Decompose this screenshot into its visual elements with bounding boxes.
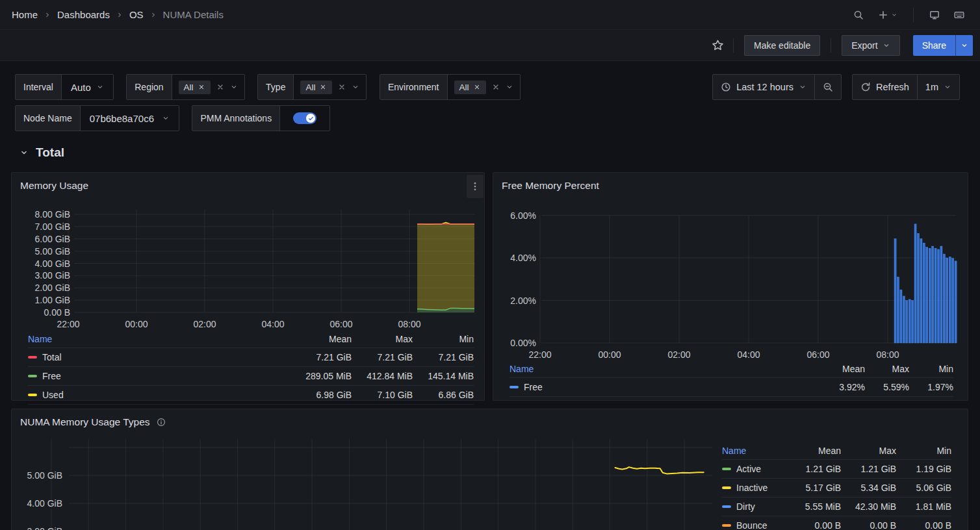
legend-row-dirty[interactable]: Dirty5.55 MiB42.30 MiB1.81 MiB (722, 498, 951, 516)
legend-value: 412.84 MiB (352, 371, 413, 381)
chevron-down-icon (883, 42, 890, 49)
node-name-value[interactable]: 07b6be8a70c6 (90, 113, 154, 124)
share-button[interactable]: Share (913, 35, 955, 56)
nav-actions (849, 6, 968, 24)
kiosk-mode-button[interactable] (925, 6, 944, 24)
grafana-numa-details-dashboard: { "breadcrumb": {"items": ["Home", "Dash… (0, 0, 980, 530)
panel-numa-memory-usage-types: NUMA Memory Usage Types 5.00 GiB4.00 GiB… (11, 409, 968, 530)
clear-icon[interactable] (491, 82, 500, 92)
legend-value: 5.59% (865, 382, 909, 392)
legend-sort-min[interactable]: Min (896, 446, 951, 456)
memory-usage-legend: NameMeanMaxMinTotal7.21 GiB7.21 GiB7.21 … (28, 330, 474, 405)
chevron-down-icon (944, 83, 951, 91)
chevron-down-icon[interactable] (96, 83, 104, 91)
node-name-dropdown[interactable]: 07b6be8a70c6 (81, 106, 179, 131)
legend-header-row: NameMeanMaxMin (509, 360, 953, 378)
type-dropdown[interactable]: All (294, 75, 366, 99)
legend-sort-max[interactable]: Max (352, 334, 413, 344)
export-label: Export (851, 40, 877, 51)
legend-row-used[interactable]: Used6.98 GiB7.10 GiB6.86 GiB (28, 386, 474, 405)
make-editable-button[interactable]: Make editable (744, 35, 820, 56)
filter-row-2: Node Name 07b6be8a70c6 PMM Annotations (15, 105, 960, 131)
legend-sort-name[interactable]: Name (509, 364, 821, 374)
svg-text:8.00 GiB: 8.00 GiB (35, 209, 70, 220)
search-button[interactable] (849, 6, 868, 24)
memory-usage-chart[interactable]: 22:0000:0002:0004:0006:0008:008.00 GiB7.… (12, 173, 485, 330)
legend-sort-mean[interactable]: Mean (786, 446, 841, 456)
refresh-button[interactable]: Refresh (853, 75, 917, 99)
export-button[interactable]: Export (842, 35, 899, 56)
clear-icon[interactable] (216, 82, 225, 92)
refresh-interval-button[interactable]: 1m (917, 75, 959, 99)
series-swatch (722, 468, 731, 470)
svg-text:3.00 GiB: 3.00 GiB (27, 526, 62, 530)
breadcrumb-home[interactable]: Home (12, 9, 38, 20)
share-menu-button[interactable] (955, 35, 973, 56)
legend-row-free[interactable]: Free3.92%5.59%1.97% (509, 378, 953, 397)
chevron-down-icon[interactable] (230, 83, 238, 91)
region-selected-chip[interactable]: All (179, 81, 211, 94)
chevron-down-icon[interactable] (352, 83, 359, 91)
interval-dropdown[interactable]: Auto (62, 75, 113, 99)
legend-row-free[interactable]: Free289.05 MiB412.84 MiB145.14 MiB (28, 367, 474, 386)
svg-text:0.00%: 0.00% (510, 338, 536, 348)
close-icon[interactable] (319, 83, 327, 91)
breadcrumb-dashboards[interactable]: Dashboards (57, 9, 110, 20)
environment-selected-chip[interactable]: All (454, 81, 486, 94)
series-swatch (509, 386, 519, 388)
free-memory-percent-chart[interactable]: 22:0000:0002:0004:0006:0008:006.00%4.00%… (493, 173, 969, 361)
legend-row-active[interactable]: Active1.21 GiB1.21 GiB1.19 GiB (722, 460, 951, 479)
close-icon[interactable] (473, 83, 481, 91)
legend-value: 7.10 GiB (352, 390, 413, 400)
legend-row-bounce[interactable]: Bounce0.00 B0.00 B0.00 B (722, 516, 951, 530)
pmm-annotations-toggle[interactable] (293, 112, 316, 124)
environment-dropdown[interactable]: All (448, 75, 520, 99)
legend-sort-mean[interactable]: Mean (290, 334, 352, 344)
filter-region: Region All (126, 74, 244, 100)
time-range-button[interactable]: Last 12 hours (713, 75, 814, 99)
legend-row-total[interactable]: Total7.21 GiB7.21 GiB7.21 GiB (28, 348, 474, 367)
legend-sort-name[interactable]: Name (722, 446, 786, 456)
breadcrumb-current-page: NUMA Details (163, 9, 224, 20)
add-new-button[interactable] (874, 6, 901, 24)
legend-sort-min[interactable]: Min (909, 364, 953, 374)
legend-value: 3.92% (821, 382, 865, 392)
legend-sort-min[interactable]: Min (413, 334, 474, 344)
svg-text:06:00: 06:00 (806, 349, 829, 360)
region-dropdown[interactable]: All (172, 75, 244, 99)
chevron-down-icon[interactable] (162, 114, 170, 122)
close-icon[interactable] (198, 83, 205, 91)
interval-label: Interval (16, 75, 62, 99)
legend-sort-max[interactable]: Max (841, 446, 896, 456)
legend-row-inactive[interactable]: Inactive5.17 GiB5.34 GiB5.06 GiB (722, 479, 951, 498)
pmm-annotations-control (280, 106, 329, 131)
filter-row-1: Interval Auto Region All Type All Enviro… (15, 74, 960, 100)
legend-sort-max[interactable]: Max (865, 364, 909, 374)
share-split-button: Share (913, 35, 973, 56)
svg-text:00:00: 00:00 (598, 349, 621, 360)
chevron-down-icon (961, 42, 968, 49)
chevron-down-icon (19, 148, 29, 157)
chip-label: All (305, 82, 315, 92)
legend-sort-mean[interactable]: Mean (821, 364, 865, 374)
legend-value: 6.86 GiB (413, 390, 474, 400)
panel-memory-usage: Memory Usage 22:0000:0002:0004:0006:0008… (11, 172, 485, 401)
region-label: Region (127, 75, 172, 99)
star-dashboard-button[interactable] (708, 35, 728, 55)
series-swatch (722, 486, 731, 489)
legend-header-row: NameMeanMaxMin (722, 442, 951, 460)
section-row-total[interactable]: Total (19, 145, 64, 160)
chevron-down-icon[interactable] (506, 83, 513, 91)
chip-label: All (184, 82, 194, 92)
pmm-annotations-label: PMM Annotations (192, 106, 280, 131)
svg-text:4.00 GiB: 4.00 GiB (35, 259, 70, 269)
interval-value[interactable]: Auto (71, 82, 91, 93)
keyboard-shortcuts-button[interactable] (950, 6, 968, 24)
svg-text:02:00: 02:00 (193, 319, 216, 329)
clear-icon[interactable] (337, 82, 346, 92)
legend-sort-name[interactable]: Name (28, 334, 290, 344)
zoom-out-button[interactable] (814, 75, 841, 99)
legend-value: 1.19 GiB (896, 464, 951, 474)
breadcrumb-os[interactable]: OS (129, 9, 144, 20)
type-selected-chip[interactable]: All (300, 81, 332, 94)
